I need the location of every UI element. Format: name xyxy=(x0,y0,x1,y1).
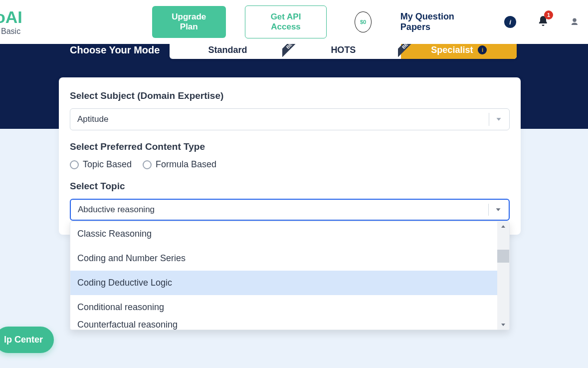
subject-value: Aptitude xyxy=(77,114,108,124)
get-api-access-button[interactable]: Get API Access xyxy=(245,5,327,38)
radio-topic-based[interactable]: Topic Based xyxy=(70,159,132,170)
dropdown-option[interactable]: Coding and Number Series xyxy=(70,246,497,271)
my-question-papers-link[interactable]: My Question Papers xyxy=(400,11,486,32)
topic-value: Abductive reasoning xyxy=(78,205,155,215)
radio-icon xyxy=(70,160,79,169)
radio-formula-based[interactable]: Formula Based xyxy=(143,159,216,170)
dropdown-option[interactable]: Classic Reasoning xyxy=(70,222,497,246)
scrollbar-thumb[interactable] xyxy=(497,250,509,263)
subject-label: Select Subject (Domain Expertise) xyxy=(70,90,510,101)
logo-text: oAI xyxy=(0,8,22,25)
select-divider xyxy=(489,113,489,126)
notifications-button[interactable]: 1 xyxy=(537,14,549,29)
chevron-down-icon xyxy=(494,205,503,214)
info-icon[interactable]: i xyxy=(504,16,516,28)
header: oAI Basic Upgrade Plan Get API Access $0… xyxy=(0,0,588,44)
mode-tab-label: Specialist xyxy=(431,45,473,55)
radio-label: Topic Based xyxy=(83,159,132,170)
mode-tab-label: Standard xyxy=(208,45,247,55)
scrollbar[interactable] xyxy=(497,222,509,330)
select-divider xyxy=(488,204,489,216)
user-avatar[interactable] xyxy=(570,16,579,27)
dropdown-option[interactable]: Counterfactual reasoning xyxy=(70,320,497,330)
topic-label: Select Topic xyxy=(70,181,510,192)
subject-select[interactable]: Aptitude xyxy=(70,108,510,130)
dropdown-options: Classic Reasoning Coding and Number Seri… xyxy=(70,222,497,330)
radio-label: Formula Based xyxy=(156,159,216,170)
help-center-button[interactable]: lp Center xyxy=(0,327,54,353)
bell-icon xyxy=(537,20,549,29)
scroll-down-icon[interactable] xyxy=(497,320,509,330)
dropdown-option[interactable]: Conditional reasoning xyxy=(70,295,497,320)
chevron-down-icon xyxy=(494,115,503,124)
topic-select[interactable]: Abductive reasoning xyxy=(70,199,510,221)
dropdown-option[interactable]: Coding Deductive Logic xyxy=(70,271,497,295)
content-type-label: Select Preferred Content Type xyxy=(70,141,510,152)
topic-dropdown: Classic Reasoning Coding and Number Seri… xyxy=(70,221,510,330)
logo-plan: Basic xyxy=(1,27,20,36)
radio-icon xyxy=(143,160,152,169)
scroll-up-icon[interactable] xyxy=(497,222,509,232)
form-card: Select Subject (Domain Expertise) Aptitu… xyxy=(59,77,521,235)
choose-mode-label: Choose Your Mode xyxy=(70,44,160,56)
notifications-count: 1 xyxy=(544,10,553,19)
upgrade-plan-button[interactable]: Upgrade Plan xyxy=(152,6,226,38)
credits-badge[interactable]: $0 xyxy=(355,11,372,32)
logo[interactable]: oAI Basic xyxy=(0,8,22,36)
mode-tab-label: HOTS xyxy=(331,45,356,55)
info-icon[interactable]: i xyxy=(478,45,487,54)
content-type-radios: Topic Based Formula Based xyxy=(70,159,510,170)
